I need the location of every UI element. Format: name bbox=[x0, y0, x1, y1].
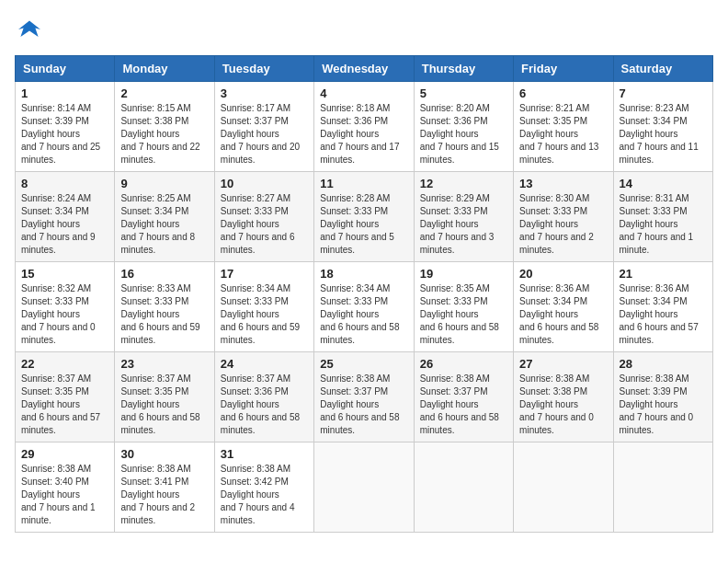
day-info: Sunrise: 8:36 AMSunset: 3:34 PMDaylight … bbox=[519, 282, 607, 347]
calendar-week-row: 1Sunrise: 8:14 AMSunset: 3:39 PMDaylight… bbox=[16, 82, 713, 172]
day-info: Sunrise: 8:38 AMSunset: 3:37 PMDaylight … bbox=[420, 373, 507, 437]
day-number: 28 bbox=[620, 357, 707, 371]
calendar-header-sunday: Sunday bbox=[16, 56, 115, 82]
calendar-cell: 3Sunrise: 8:17 AMSunset: 3:37 PMDaylight… bbox=[214, 82, 313, 172]
calendar-cell: 7Sunrise: 8:23 AMSunset: 3:34 PMDaylight… bbox=[613, 82, 712, 172]
day-number: 10 bbox=[221, 177, 308, 190]
day-info: Sunrise: 8:37 AMSunset: 3:36 PMDaylight … bbox=[221, 373, 308, 437]
day-info: Sunrise: 8:25 AMSunset: 3:34 PMDaylight … bbox=[120, 192, 208, 257]
day-number: 14 bbox=[620, 177, 707, 190]
calendar-table: SundayMondayTuesdayWednesdayThursdayFrid… bbox=[15, 55, 713, 533]
calendar-cell: 23Sunrise: 8:37 AMSunset: 3:35 PMDayligh… bbox=[115, 352, 214, 442]
day-info: Sunrise: 8:36 AMSunset: 3:34 PMDaylight … bbox=[620, 282, 707, 347]
day-info: Sunrise: 8:32 AMSunset: 3:33 PMDaylight … bbox=[21, 282, 108, 347]
calendar-cell: 13Sunrise: 8:30 AMSunset: 3:33 PMDayligh… bbox=[514, 172, 613, 262]
day-info: Sunrise: 8:38 AMSunset: 3:41 PMDaylight … bbox=[120, 463, 208, 527]
day-info: Sunrise: 8:29 AMSunset: 3:33 PMDaylight … bbox=[420, 192, 507, 257]
calendar-cell: 11Sunrise: 8:28 AMSunset: 3:33 PMDayligh… bbox=[314, 172, 414, 262]
day-info: Sunrise: 8:38 AMSunset: 3:42 PMDaylight … bbox=[221, 463, 308, 527]
calendar-header-monday: Monday bbox=[115, 56, 214, 82]
calendar-cell: 9Sunrise: 8:25 AMSunset: 3:34 PMDaylight… bbox=[115, 172, 214, 262]
day-info: Sunrise: 8:20 AMSunset: 3:36 PMDaylight … bbox=[420, 102, 507, 167]
calendar-cell bbox=[314, 442, 414, 533]
calendar-cell: 19Sunrise: 8:35 AMSunset: 3:33 PMDayligh… bbox=[414, 262, 513, 352]
day-info: Sunrise: 8:15 AMSunset: 3:38 PMDaylight … bbox=[120, 102, 208, 167]
calendar-week-row: 29Sunrise: 8:38 AMSunset: 3:40 PMDayligh… bbox=[16, 442, 713, 533]
calendar-cell: 29Sunrise: 8:38 AMSunset: 3:40 PMDayligh… bbox=[16, 442, 115, 533]
day-info: Sunrise: 8:28 AMSunset: 3:33 PMDaylight … bbox=[320, 192, 407, 257]
calendar-body: 1Sunrise: 8:14 AMSunset: 3:39 PMDaylight… bbox=[16, 82, 713, 533]
day-number: 25 bbox=[320, 357, 407, 371]
calendar-header-thursday: Thursday bbox=[414, 56, 513, 82]
calendar-header-wednesday: Wednesday bbox=[314, 56, 414, 82]
day-number: 20 bbox=[519, 267, 607, 281]
day-number: 6 bbox=[519, 86, 607, 100]
logo-bird-icon bbox=[15, 15, 44, 44]
calendar-week-row: 22Sunrise: 8:37 AMSunset: 3:35 PMDayligh… bbox=[16, 352, 713, 442]
day-info: Sunrise: 8:37 AMSunset: 3:35 PMDaylight … bbox=[21, 373, 108, 437]
day-info: Sunrise: 8:18 AMSunset: 3:36 PMDaylight … bbox=[320, 102, 407, 167]
day-info: Sunrise: 8:31 AMSunset: 3:33 PMDaylight … bbox=[620, 192, 707, 257]
calendar-cell: 27Sunrise: 8:38 AMSunset: 3:38 PMDayligh… bbox=[514, 352, 613, 442]
day-info: Sunrise: 8:23 AMSunset: 3:34 PMDaylight … bbox=[620, 102, 707, 167]
logo bbox=[15, 15, 48, 44]
day-number: 1 bbox=[21, 86, 108, 100]
day-number: 22 bbox=[21, 357, 108, 371]
calendar-cell: 16Sunrise: 8:33 AMSunset: 3:33 PMDayligh… bbox=[115, 262, 214, 352]
calendar-header-tuesday: Tuesday bbox=[214, 56, 313, 82]
day-number: 27 bbox=[519, 357, 607, 371]
calendar-cell: 28Sunrise: 8:38 AMSunset: 3:39 PMDayligh… bbox=[613, 352, 712, 442]
day-number: 12 bbox=[420, 177, 507, 190]
calendar-cell: 26Sunrise: 8:38 AMSunset: 3:37 PMDayligh… bbox=[414, 352, 513, 442]
day-number: 23 bbox=[120, 357, 208, 371]
day-info: Sunrise: 8:38 AMSunset: 3:38 PMDaylight … bbox=[519, 373, 607, 437]
calendar-cell: 10Sunrise: 8:27 AMSunset: 3:33 PMDayligh… bbox=[214, 172, 313, 262]
day-number: 5 bbox=[420, 86, 507, 100]
calendar-cell: 15Sunrise: 8:32 AMSunset: 3:33 PMDayligh… bbox=[16, 262, 115, 352]
calendar-cell: 12Sunrise: 8:29 AMSunset: 3:33 PMDayligh… bbox=[414, 172, 513, 262]
calendar-cell bbox=[613, 442, 712, 533]
day-info: Sunrise: 8:34 AMSunset: 3:33 PMDaylight … bbox=[320, 282, 407, 347]
day-number: 29 bbox=[21, 447, 108, 461]
day-number: 31 bbox=[221, 447, 308, 461]
day-info: Sunrise: 8:27 AMSunset: 3:33 PMDaylight … bbox=[221, 192, 308, 257]
day-number: 7 bbox=[620, 86, 707, 100]
calendar-cell: 4Sunrise: 8:18 AMSunset: 3:36 PMDaylight… bbox=[314, 82, 414, 172]
day-number: 11 bbox=[320, 177, 407, 190]
day-info: Sunrise: 8:37 AMSunset: 3:35 PMDaylight … bbox=[120, 373, 208, 437]
svg-marker-0 bbox=[18, 20, 40, 37]
day-info: Sunrise: 8:17 AMSunset: 3:37 PMDaylight … bbox=[221, 102, 308, 167]
page-header bbox=[15, 15, 713, 44]
day-number: 18 bbox=[320, 267, 407, 281]
calendar-cell: 18Sunrise: 8:34 AMSunset: 3:33 PMDayligh… bbox=[314, 262, 414, 352]
day-info: Sunrise: 8:21 AMSunset: 3:35 PMDaylight … bbox=[519, 102, 607, 167]
calendar-cell: 22Sunrise: 8:37 AMSunset: 3:35 PMDayligh… bbox=[16, 352, 115, 442]
day-info: Sunrise: 8:35 AMSunset: 3:33 PMDaylight … bbox=[420, 282, 507, 347]
calendar-cell: 8Sunrise: 8:24 AMSunset: 3:34 PMDaylight… bbox=[16, 172, 115, 262]
day-number: 15 bbox=[21, 267, 108, 281]
calendar-cell: 31Sunrise: 8:38 AMSunset: 3:42 PMDayligh… bbox=[214, 442, 313, 533]
day-number: 24 bbox=[221, 357, 308, 371]
day-number: 8 bbox=[21, 177, 108, 190]
calendar-cell: 25Sunrise: 8:38 AMSunset: 3:37 PMDayligh… bbox=[314, 352, 414, 442]
calendar-week-row: 15Sunrise: 8:32 AMSunset: 3:33 PMDayligh… bbox=[16, 262, 713, 352]
calendar-cell: 14Sunrise: 8:31 AMSunset: 3:33 PMDayligh… bbox=[613, 172, 712, 262]
calendar-cell: 1Sunrise: 8:14 AMSunset: 3:39 PMDaylight… bbox=[16, 82, 115, 172]
calendar-cell bbox=[514, 442, 613, 533]
calendar-cell: 2Sunrise: 8:15 AMSunset: 3:38 PMDaylight… bbox=[115, 82, 214, 172]
day-number: 17 bbox=[221, 267, 308, 281]
day-number: 21 bbox=[620, 267, 707, 281]
calendar-header-row: SundayMondayTuesdayWednesdayThursdayFrid… bbox=[16, 56, 713, 82]
day-info: Sunrise: 8:14 AMSunset: 3:39 PMDaylight … bbox=[21, 102, 108, 167]
day-info: Sunrise: 8:30 AMSunset: 3:33 PMDaylight … bbox=[519, 192, 607, 257]
calendar-cell: 21Sunrise: 8:36 AMSunset: 3:34 PMDayligh… bbox=[613, 262, 712, 352]
calendar-cell: 5Sunrise: 8:20 AMSunset: 3:36 PMDaylight… bbox=[414, 82, 513, 172]
calendar-cell bbox=[414, 442, 513, 533]
day-number: 19 bbox=[420, 267, 507, 281]
day-info: Sunrise: 8:38 AMSunset: 3:39 PMDaylight … bbox=[620, 373, 707, 437]
calendar-cell: 20Sunrise: 8:36 AMSunset: 3:34 PMDayligh… bbox=[514, 262, 613, 352]
calendar-cell: 6Sunrise: 8:21 AMSunset: 3:35 PMDaylight… bbox=[514, 82, 613, 172]
calendar-cell: 24Sunrise: 8:37 AMSunset: 3:36 PMDayligh… bbox=[214, 352, 313, 442]
calendar-cell: 30Sunrise: 8:38 AMSunset: 3:41 PMDayligh… bbox=[115, 442, 214, 533]
day-number: 13 bbox=[519, 177, 607, 190]
